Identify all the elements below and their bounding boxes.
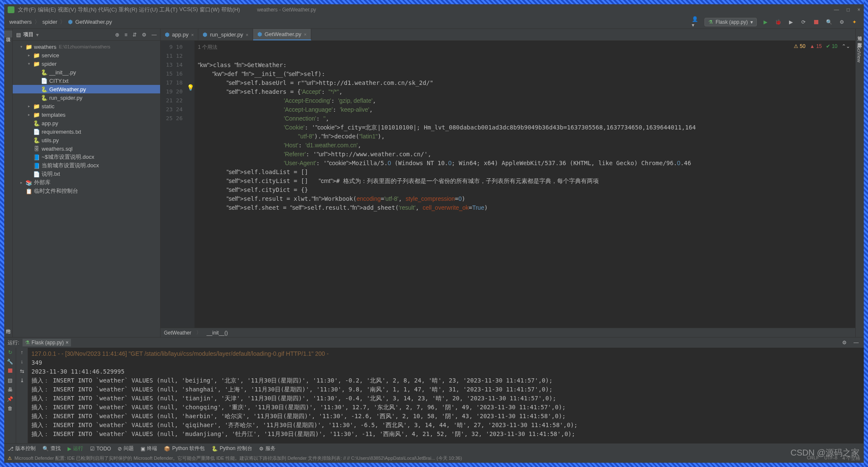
wrench-icon[interactable]: 🔧 — [7, 359, 13, 365]
tree-item[interactable]: 🗄weathers.sql — [13, 144, 160, 153]
layout-icon[interactable]: ▤ — [8, 377, 12, 383]
tree-item[interactable]: ▾📁weathersE:\01zhuomian\weathers — [13, 42, 160, 51]
close-icon[interactable]: × — [304, 32, 306, 37]
tree-item[interactable]: 📄说明.txt — [13, 170, 160, 178]
project-tab[interactable]: 项目 — [4, 31, 12, 37]
scroll-icon[interactable]: ⤓ — [20, 377, 24, 383]
ai-icon[interactable]: ✦ — [850, 18, 859, 26]
editor-inspection-status[interactable]: ⚠ 50 ▲ 15 ✔ 10 ⌃⌄ — [794, 43, 850, 49]
gear-icon[interactable]: ⚙ — [840, 338, 848, 347]
profile-button[interactable]: ⟳ — [799, 18, 808, 26]
menu-item[interactable]: 帮助(H) — [221, 6, 240, 14]
settings-icon[interactable]: ⚙ — [837, 18, 846, 26]
rerun-button[interactable]: ↻ — [8, 349, 12, 355]
project-tree[interactable]: ▾📁weathersE:\01zhuomian\weathers▸📁servic… — [13, 41, 160, 337]
minimize-icon[interactable]: — — [852, 338, 860, 347]
structure-tab[interactable]: 结构 — [4, 322, 12, 329]
gear-icon[interactable]: ⚙ — [142, 32, 147, 38]
menu-item[interactable]: 运行(U) — [139, 6, 158, 14]
tree-item[interactable]: 📋临时文件和控制台 — [13, 187, 160, 195]
tree-item[interactable]: ▾📁spider — [13, 59, 160, 68]
menu-item[interactable]: 编辑(E) — [38, 6, 56, 14]
minimize-icon[interactable]: — — [152, 32, 157, 38]
bottom-toolwindows[interactable]: ⎇版本控制🔍查找▶运行☑TODO⊘问题▣终端📦Python 软件包🐍Python… — [4, 443, 864, 453]
tree-item[interactable]: 📄CITY.txt — [13, 76, 160, 85]
close-icon[interactable]: × — [191, 32, 194, 37]
menu-item[interactable]: 代码(C) — [98, 6, 117, 14]
editor-tab[interactable]: ⬢run_spider.py× — [198, 29, 253, 40]
stop-button[interactable] — [814, 20, 818, 24]
pin-icon[interactable]: 📌 — [7, 396, 13, 402]
menu-item[interactable]: 导航(N) — [78, 6, 96, 14]
close-icon[interactable]: × — [246, 32, 248, 37]
toolwindow-item[interactable]: ▶运行 — [68, 445, 83, 452]
run-tab[interactable]: ⚗ Flask (app.py) × — [23, 339, 71, 346]
collapse-icon[interactable]: ⇵ — [132, 32, 137, 38]
menu-item[interactable]: 文件(F) — [18, 6, 36, 14]
target-icon[interactable]: ⊕ — [115, 32, 119, 38]
tree-item[interactable]: 📘~$城市设置说明.docx — [13, 153, 160, 161]
sciview-tab[interactable]: SciView — [856, 42, 862, 66]
trash-icon[interactable]: 🗑 — [8, 405, 13, 411]
menu-item[interactable]: 重构(R) — [118, 6, 137, 14]
editor-tabs[interactable]: ⬢app.py×⬢run_spider.py×⬢GetWeather.py× — [161, 29, 855, 41]
toolwindow-item[interactable]: ▣终端 — [141, 445, 157, 452]
tree-item[interactable]: ▸📚外部库 — [13, 178, 160, 187]
search-icon[interactable]: 🔍 — [825, 18, 833, 26]
tree-item[interactable]: ▸📁templates — [13, 110, 160, 119]
database-tab[interactable]: 数据库 — [856, 36, 864, 42]
bookmarks-tab[interactable]: 书签 — [4, 330, 12, 337]
tree-item[interactable]: 📘当前城市设置说明.docx — [13, 161, 160, 170]
breadcrumb-item[interactable]: spider — [42, 19, 57, 25]
menu-item[interactable]: 视图(V) — [58, 6, 76, 14]
chevron-down-icon[interactable]: ▾ — [36, 32, 39, 38]
tree-item[interactable]: 📄requirements.txt — [13, 127, 160, 136]
tree-item[interactable]: ▸📁static — [13, 102, 160, 110]
expand-icon[interactable]: ≡ — [124, 32, 127, 38]
menu-item[interactable]: VCS(S) — [179, 6, 198, 14]
user-icon[interactable]: 👤▾ — [692, 18, 700, 26]
breadcrumb[interactable]: weathers 〉 spider 〉 ⬢ GetWeather.py — [9, 18, 112, 26]
tree-item[interactable]: 🐍app.py — [13, 119, 160, 127]
down-icon[interactable]: ↓ — [21, 359, 23, 365]
wrap-icon[interactable]: ⇆ — [20, 368, 24, 374]
tree-item[interactable]: 🐍utils.py — [13, 136, 160, 144]
close-button[interactable]: × — [857, 7, 860, 13]
editor-tab[interactable]: ⬢app.py× — [161, 29, 198, 40]
menubar[interactable]: 文件(F)编辑(E)视图(V)导航(N)代码(C)重构(R)运行(U)工具(T)… — [18, 6, 240, 14]
warning-icon[interactable]: ⚠ — [8, 456, 12, 461]
tree-item[interactable]: 🐍run_spider.py — [13, 93, 160, 102]
tree-item[interactable]: 🐍GetWeather.py — [13, 85, 160, 93]
up-icon[interactable]: ↑ — [21, 349, 23, 355]
notifications-tab[interactable]: 通知 — [856, 29, 864, 36]
editor-tab[interactable]: ⬢GetWeather.py× — [253, 29, 311, 40]
menu-item[interactable]: 窗口(W) — [200, 6, 220, 14]
toolwindow-item[interactable]: ⊘问题 — [118, 445, 134, 452]
toolwindow-item[interactable]: ⚙服务 — [259, 445, 276, 452]
right-toolwindow-tabs[interactable]: 通知 数据库 SciView — [855, 29, 864, 337]
tree-item[interactable]: ▸📁service — [13, 51, 160, 59]
toolwindow-item[interactable]: ⎇版本控制 — [8, 445, 36, 452]
maximize-button[interactable]: □ — [847, 7, 850, 13]
print-icon[interactable]: 🖶 — [8, 387, 13, 393]
console-output[interactable]: 127.0.0.1 - - [30/Nov/2023 11:41:46] "GE… — [28, 348, 864, 443]
close-icon[interactable]: × — [65, 340, 68, 346]
run-config-selector[interactable]: ⚗ Flask (app.py) ▾ — [705, 18, 757, 26]
toolwindow-item[interactable]: ☑TODO — [90, 446, 111, 452]
toolwindow-item[interactable]: 🐍Python 控制台 — [211, 445, 252, 452]
left-toolwindow-tabs[interactable]: 项目 结构 书签 — [4, 29, 13, 337]
run-button[interactable]: ▶ — [761, 18, 769, 26]
gutter[interactable]: 9 10 11 12 13 14 15 16 17 18 19 20 21 22… — [161, 41, 186, 328]
code-editor[interactable]: 1 个用法 "kw">class "fn">GetWeather: "kw">d… — [194, 41, 855, 328]
toolwindow-item[interactable]: 🔍查找 — [42, 445, 61, 452]
coverage-button[interactable]: ▶ — [786, 18, 795, 26]
breadcrumb-item[interactable]: GetWeather.py — [75, 19, 112, 25]
minimize-button[interactable]: — — [834, 7, 839, 13]
breadcrumb-item[interactable]: weathers — [9, 19, 32, 25]
debug-button[interactable]: 🐞 — [774, 18, 782, 26]
tree-item[interactable]: 🐍__init__.py — [13, 68, 160, 76]
stop-button[interactable] — [8, 369, 12, 373]
menu-item[interactable]: 工具(T) — [159, 6, 178, 14]
chevron-icon[interactable]: ⌃⌄ — [842, 43, 850, 49]
editor-breadcrumb[interactable]: GetWeather 〉 __init__() — [161, 328, 855, 337]
